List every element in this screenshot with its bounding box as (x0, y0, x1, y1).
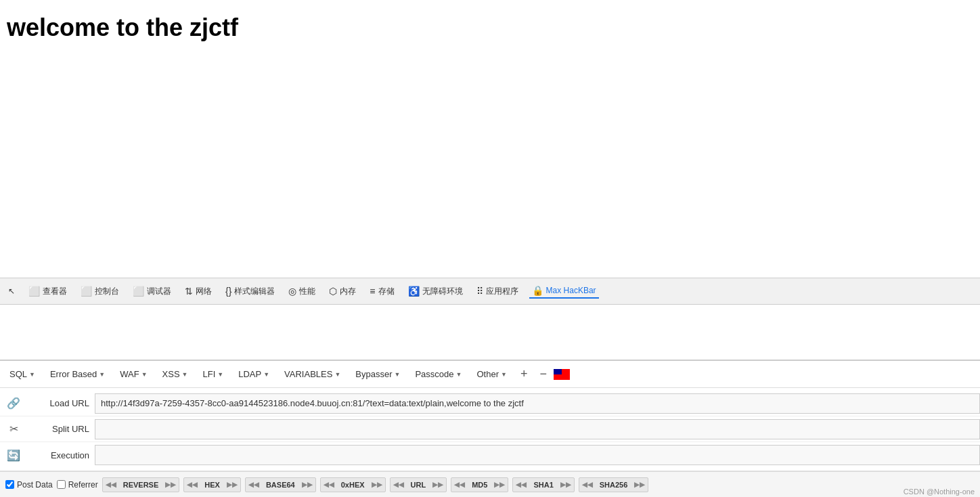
toolbar-style-editor[interactable]: {} 样式编辑器 (223, 284, 277, 299)
style-icon: {} (225, 286, 231, 297)
browser-toolbar: ↖ ⬜ 查看器 ⬜ 控制台 ⬜ 调试器 ⇅ 网络 {} 样式编辑器 ◎ 性能 ⬡… (0, 278, 980, 305)
toolbar-memory[interactable]: ⬡ 内存 (326, 284, 359, 299)
storage-icon: ≡ (370, 286, 375, 297)
toolbar-apps[interactable]: ⠿ 应用程序 (474, 284, 521, 299)
console-icon: ⬜ (81, 286, 92, 297)
main-content: welcome to the zjctf (0, 0, 980, 278)
toolbar-performance[interactable]: ◎ 性能 (286, 284, 318, 299)
toolbar-hackbar[interactable]: 🔒 Max HacKBar (529, 284, 599, 299)
toolbar-console[interactable]: ⬜ 控制台 (78, 284, 122, 299)
debugger-label: 调试器 (147, 286, 171, 297)
network-icon: ⇅ (185, 286, 193, 297)
lock-icon: 🔒 (532, 285, 543, 296)
inspector-icon: ⬜ (28, 286, 40, 297)
toolbar-cursor[interactable]: ↖ (5, 285, 18, 297)
toolbar-accessibility[interactable]: ♿ 无障碍环境 (405, 284, 466, 299)
page-title: welcome to the zjctf (7, 14, 973, 42)
performance-label: 性能 (299, 286, 315, 297)
memory-label: 内存 (340, 286, 356, 297)
accessibility-icon: ♿ (408, 286, 420, 297)
style-label: 样式编辑器 (234, 286, 275, 297)
apps-icon: ⠿ (476, 286, 483, 297)
accessibility-label: 无障碍环境 (422, 286, 463, 297)
storage-label: 存储 (378, 286, 395, 297)
performance-icon: ◎ (288, 286, 296, 297)
apps-label: 应用程序 (486, 286, 518, 297)
toolbar-storage[interactable]: ≡ 存储 (367, 284, 397, 299)
memory-icon: ⬡ (329, 286, 337, 297)
toolbar-network[interactable]: ⇅ 网络 (182, 284, 215, 299)
inspector-label: 查看器 (43, 286, 67, 297)
debugger-icon: ⬜ (133, 286, 144, 297)
network-label: 网络 (196, 286, 212, 297)
hackbar-label: Max HacKBar (546, 286, 596, 295)
console-label: 控制台 (95, 286, 119, 297)
cursor-icon: ↖ (8, 286, 15, 296)
toolbar-inspector[interactable]: ⬜ 查看器 (26, 284, 70, 299)
toolbar-debugger[interactable]: ⬜ 调试器 (130, 284, 174, 299)
